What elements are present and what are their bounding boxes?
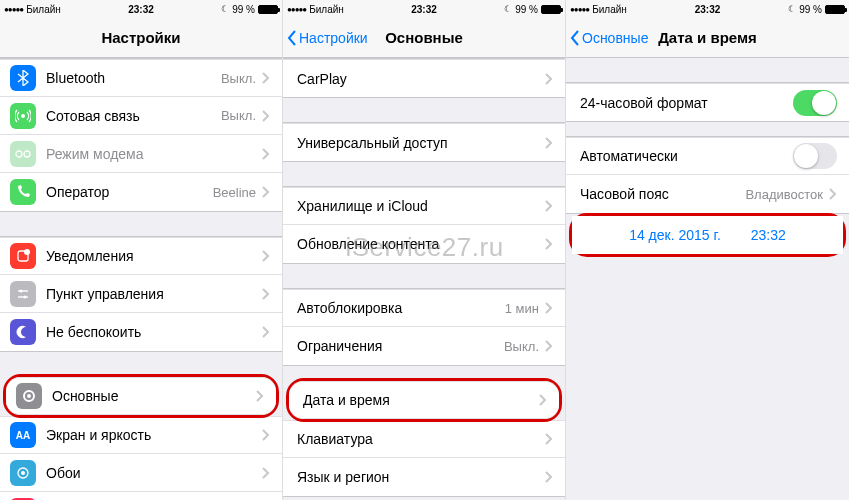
general-highlight: Основные xyxy=(3,374,279,418)
chevron-left-icon xyxy=(570,30,580,46)
carrier-name: Билайн xyxy=(26,4,61,15)
signal-dots-icon: ●●●●● xyxy=(570,5,589,14)
chevron-left-icon xyxy=(287,30,297,46)
notifications-label: Уведомления xyxy=(46,248,262,264)
date-time-highlight: Дата и время xyxy=(286,378,562,422)
chevron-right-icon xyxy=(545,471,553,483)
chevron-right-icon xyxy=(262,326,270,338)
battery-pct: 99 % xyxy=(232,4,255,15)
carplay-row[interactable]: CarPlay xyxy=(283,59,565,97)
battery-pct: 99 % xyxy=(515,4,538,15)
svg-rect-8 xyxy=(18,296,28,297)
date-picker-highlight: 14 дек. 2015 г. 23:32 xyxy=(569,213,846,257)
restrictions-label: Ограничения xyxy=(297,338,504,354)
date-picker-row[interactable]: 14 дек. 2015 г. 23:32 xyxy=(572,216,843,254)
nav-header: Настройки xyxy=(0,18,282,58)
chevron-right-icon xyxy=(545,137,553,149)
keyboard-row[interactable]: Клавиатура xyxy=(283,420,565,458)
general-row[interactable]: Основные xyxy=(6,377,276,415)
24h-row[interactable]: 24-часовой формат xyxy=(566,83,849,121)
gear-icon xyxy=(16,383,42,409)
chevron-right-icon xyxy=(262,429,270,441)
chevron-right-icon xyxy=(545,340,553,352)
battery-pct: 99 % xyxy=(799,4,822,15)
dnd-label: Не беспокоить xyxy=(46,324,262,340)
accessibility-label: Универсальный доступ xyxy=(297,135,545,151)
dnd-row[interactable]: Не беспокоить xyxy=(0,313,282,351)
control-center-row[interactable]: Пункт управления xyxy=(0,275,282,313)
autolock-label: Автоблокировка xyxy=(297,300,505,316)
control-center-label: Пункт управления xyxy=(46,286,262,302)
auto-label: Автоматически xyxy=(580,148,793,164)
status-bar: ●●●●● Билайн 23:32 ☾ 99 % xyxy=(0,0,282,18)
keyboard-label: Клавиатура xyxy=(297,431,545,447)
chevron-right-icon xyxy=(262,288,270,300)
status-time: 23:32 xyxy=(411,4,437,15)
battery-icon xyxy=(258,5,278,14)
hotspot-label: Режим модема xyxy=(46,146,262,162)
carplay-label: CarPlay xyxy=(297,71,545,87)
restrictions-row[interactable]: Ограничения Выкл. xyxy=(283,327,565,365)
dnd-moon-icon: ☾ xyxy=(788,4,796,14)
carrier-row[interactable]: Оператор Beeline xyxy=(0,173,282,211)
accessibility-row[interactable]: Универсальный доступ xyxy=(283,123,565,161)
picker-time: 23:32 xyxy=(751,227,786,243)
wallpaper-row[interactable]: Обои xyxy=(0,454,282,492)
hotspot-row[interactable]: Режим модема xyxy=(0,135,282,173)
status-bar: ●●●●● Билайн 23:32 ☾ 99 % xyxy=(566,0,849,18)
svg-rect-6 xyxy=(18,290,28,291)
language-row[interactable]: Язык и регион xyxy=(283,458,565,496)
svg-point-12 xyxy=(21,471,25,475)
display-row[interactable]: AA Экран и яркость xyxy=(0,416,282,454)
chevron-right-icon xyxy=(262,186,270,198)
bg-refresh-row[interactable]: Обновление контента xyxy=(283,225,565,263)
chevron-right-icon xyxy=(829,188,837,200)
back-button[interactable]: Настройки xyxy=(283,30,368,46)
date-time-label: Дата и время xyxy=(303,392,539,408)
svg-point-1 xyxy=(16,151,22,157)
auto-row[interactable]: Автоматически xyxy=(566,137,849,175)
svg-point-2 xyxy=(24,151,30,157)
chevron-right-icon xyxy=(262,72,270,84)
wallpaper-icon xyxy=(10,460,36,486)
control-center-icon xyxy=(10,281,36,307)
bluetooth-label: Bluetooth xyxy=(46,70,221,86)
nav-header: Настройки Основные xyxy=(283,18,565,58)
24h-toggle[interactable] xyxy=(793,90,837,116)
chevron-right-icon xyxy=(262,148,270,160)
restrictions-value: Выкл. xyxy=(504,339,539,354)
language-label: Язык и регион xyxy=(297,469,545,485)
signal-dots-icon: ●●●●● xyxy=(4,5,23,14)
nav-header: Основные Дата и время xyxy=(566,18,849,58)
notifications-icon xyxy=(10,243,36,269)
storage-row[interactable]: Хранилище и iCloud xyxy=(283,187,565,225)
svg-point-0 xyxy=(21,114,25,118)
signal-dots-icon: ●●●●● xyxy=(287,5,306,14)
bluetooth-row[interactable]: Bluetooth Выкл. xyxy=(0,59,282,97)
back-button[interactable]: Основные xyxy=(566,30,648,46)
chevron-right-icon xyxy=(545,200,553,212)
notifications-row[interactable]: Уведомления xyxy=(0,237,282,275)
bluetooth-icon xyxy=(10,65,36,91)
auto-toggle[interactable] xyxy=(793,143,837,169)
cellular-row[interactable]: Сотовая связь Выкл. xyxy=(0,97,282,135)
status-time: 23:32 xyxy=(695,4,721,15)
autolock-value: 1 мин xyxy=(505,301,539,316)
display-label: Экран и яркость xyxy=(46,427,262,443)
status-time: 23:32 xyxy=(128,4,154,15)
status-bar: ●●●●● Билайн 23:32 ☾ 99 % xyxy=(283,0,565,18)
cellular-icon xyxy=(10,103,36,129)
back-label: Настройки xyxy=(299,30,368,46)
timezone-row[interactable]: Часовой пояс Владивосток xyxy=(566,175,849,213)
carrier-name: Билайн xyxy=(309,4,344,15)
autolock-row[interactable]: Автоблокировка 1 мин xyxy=(283,289,565,327)
chevron-right-icon xyxy=(545,302,553,314)
date-time-row[interactable]: Дата и время xyxy=(289,381,559,419)
date-time-panel: ●●●●● Билайн 23:32 ☾ 99 % Основные Дата … xyxy=(566,0,849,500)
svg-point-4 xyxy=(24,249,30,255)
chevron-right-icon xyxy=(545,238,553,250)
timezone-label: Часовой пояс xyxy=(580,186,745,202)
sounds-row[interactable]: Звуки xyxy=(0,492,282,500)
battery-icon xyxy=(825,5,845,14)
storage-label: Хранилище и iCloud xyxy=(297,198,545,214)
